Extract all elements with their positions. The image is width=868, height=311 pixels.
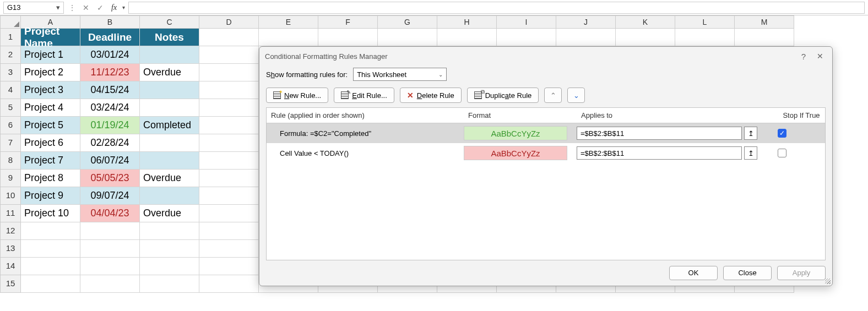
cell[interactable] — [199, 81, 259, 99]
data-cell[interactable]: 11/12/23 — [80, 64, 140, 81]
data-cell[interactable]: Overdue — [140, 205, 199, 222]
col-header-K[interactable]: K — [616, 15, 675, 29]
close-icon[interactable]: ✕ — [813, 52, 827, 61]
show-rules-combo[interactable]: This Worksheet ⌄ — [353, 68, 447, 81]
ok-button[interactable]: OK — [669, 266, 718, 280]
cell[interactable] — [140, 240, 199, 258]
data-cell[interactable]: 04/15/24 — [80, 81, 140, 99]
data-cell[interactable]: 04/04/23 — [80, 205, 140, 222]
data-cell[interactable]: Project 6 — [21, 134, 80, 152]
cell[interactable] — [616, 29, 675, 46]
data-cell[interactable] — [140, 81, 199, 99]
data-cell[interactable]: Project 5 — [21, 117, 80, 134]
data-cell[interactable] — [140, 134, 199, 152]
cancel-icon[interactable]: ✕ — [80, 3, 91, 12]
cell[interactable] — [199, 29, 259, 46]
table-header[interactable]: Project Name — [21, 29, 80, 46]
data-cell[interactable]: 03/24/24 — [80, 99, 140, 117]
delete-rule-button[interactable]: ✕Delete Rule — [400, 88, 462, 103]
row-header-13[interactable]: 13 — [0, 240, 21, 258]
row-header-15[interactable]: 15 — [0, 275, 21, 293]
cell[interactable] — [80, 258, 140, 275]
duplicate-rule-button[interactable]: Duplicate Rule — [467, 88, 539, 103]
col-header-D[interactable]: D — [199, 15, 259, 29]
cell[interactable] — [199, 240, 259, 258]
cell[interactable] — [735, 29, 794, 46]
cell[interactable] — [140, 258, 199, 275]
data-cell[interactable] — [140, 99, 199, 117]
col-header-H[interactable]: H — [437, 15, 497, 29]
col-header-G[interactable]: G — [378, 15, 437, 29]
row-header-3[interactable]: 3 — [0, 64, 21, 81]
applies-to-input[interactable] — [577, 146, 742, 160]
cell[interactable] — [199, 275, 259, 293]
col-header-B[interactable]: B — [80, 15, 140, 29]
data-cell[interactable]: Project 4 — [21, 99, 80, 117]
data-cell[interactable]: 03/01/24 — [80, 46, 140, 64]
data-cell[interactable]: Project 7 — [21, 152, 80, 170]
name-box[interactable]: G13 ▾ — [3, 2, 64, 14]
row-header-6[interactable]: 6 — [0, 117, 21, 134]
row-header-2[interactable]: 2 — [0, 46, 21, 64]
data-cell[interactable]: Project 2 — [21, 64, 80, 81]
row-header-4[interactable]: 4 — [0, 81, 21, 99]
edit-rule-button[interactable]: Edit Rule... — [334, 88, 394, 103]
data-cell[interactable]: Project 3 — [21, 81, 80, 99]
cell[interactable] — [318, 29, 378, 46]
cell[interactable] — [80, 240, 140, 258]
row-header-1[interactable]: 1 — [0, 29, 21, 46]
data-cell[interactable]: Project 9 — [21, 187, 80, 205]
row-header-14[interactable]: 14 — [0, 258, 21, 275]
apply-button[interactable]: Apply — [777, 266, 826, 280]
accept-icon[interactable]: ✓ — [95, 3, 106, 12]
cell[interactable] — [199, 46, 259, 64]
cell[interactable] — [21, 258, 80, 275]
cell[interactable] — [199, 99, 259, 117]
cell[interactable] — [437, 29, 497, 46]
move-up-button[interactable]: ⌃ — [544, 88, 562, 103]
data-cell[interactable]: 05/05/23 — [80, 170, 140, 187]
data-cell[interactable]: Overdue — [140, 170, 199, 187]
data-cell[interactable]: 01/19/24 — [80, 117, 140, 134]
col-header-J[interactable]: J — [556, 15, 616, 29]
data-cell[interactable]: Completed — [140, 117, 199, 134]
range-selector-button[interactable]: ↥ — [744, 146, 757, 160]
data-cell[interactable] — [140, 152, 199, 170]
select-all-corner[interactable] — [0, 15, 21, 29]
cell[interactable] — [140, 275, 199, 293]
cell[interactable] — [199, 222, 259, 240]
col-header-E[interactable]: E — [259, 15, 318, 29]
cell[interactable] — [199, 64, 259, 81]
data-cell[interactable]: Overdue — [140, 64, 199, 81]
data-cell[interactable]: 06/07/24 — [80, 152, 140, 170]
col-header-M[interactable]: M — [735, 15, 794, 29]
cell[interactable] — [199, 134, 259, 152]
data-cell[interactable]: Project 10 — [21, 205, 80, 222]
row-header-11[interactable]: 11 — [0, 205, 21, 222]
row-header-12[interactable]: 12 — [0, 222, 21, 240]
new-rule-button[interactable]: New Rule... — [266, 88, 328, 103]
help-icon[interactable]: ? — [794, 52, 813, 61]
cell[interactable] — [21, 240, 80, 258]
cell[interactable] — [199, 205, 259, 222]
cell[interactable] — [140, 222, 199, 240]
applies-to-input[interactable] — [577, 127, 742, 140]
cell[interactable] — [497, 29, 556, 46]
stop-checkbox[interactable] — [778, 149, 786, 157]
table-header[interactable]: Notes — [140, 29, 199, 46]
cell[interactable] — [199, 170, 259, 187]
data-cell[interactable] — [140, 187, 199, 205]
row-header-9[interactable]: 9 — [0, 170, 21, 187]
cell[interactable] — [199, 117, 259, 134]
cell[interactable] — [199, 187, 259, 205]
range-selector-button[interactable]: ↥ — [744, 127, 757, 140]
row-header-7[interactable]: 7 — [0, 134, 21, 152]
cell[interactable] — [80, 222, 140, 240]
cell[interactable] — [199, 152, 259, 170]
cell[interactable] — [675, 29, 735, 46]
data-cell[interactable]: Project 1 — [21, 46, 80, 64]
formula-input[interactable] — [128, 2, 865, 14]
row-header-8[interactable]: 8 — [0, 152, 21, 170]
cell[interactable] — [21, 222, 80, 240]
resize-grip-icon[interactable] — [825, 279, 831, 284]
